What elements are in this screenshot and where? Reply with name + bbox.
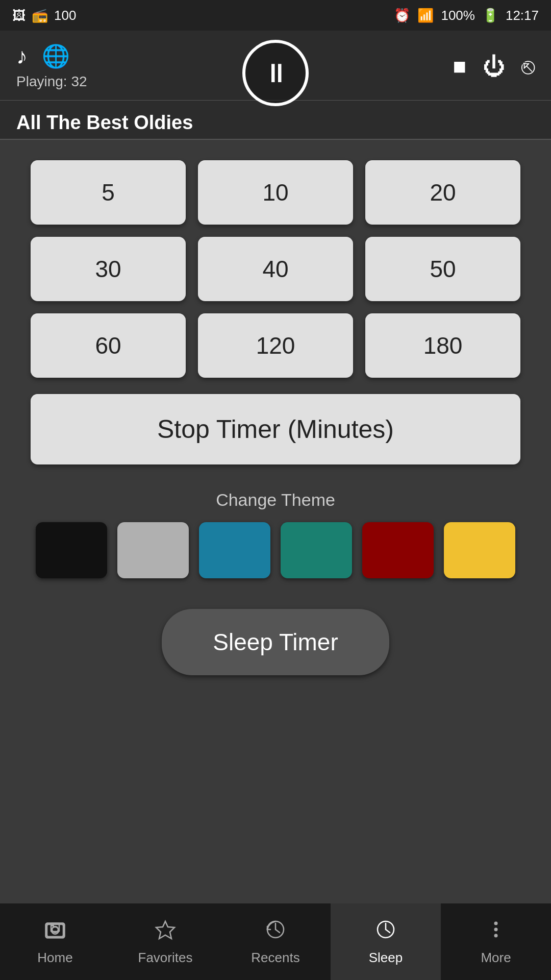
- theme-swatch-teal-blue[interactable]: [199, 522, 270, 578]
- status-bar-left: 🖼 📻 100: [12, 8, 76, 23]
- sleep-timer-button[interactable]: Sleep Timer: [162, 609, 389, 675]
- nav-favorites[interactable]: Favorites: [110, 903, 220, 980]
- theme-swatch-yellow[interactable]: [444, 522, 515, 578]
- bottom-nav: Home Favorites Recents: [0, 903, 551, 980]
- alarm-icon: ⏰: [394, 8, 410, 23]
- svg-point-16: [494, 934, 498, 937]
- svg-line-10: [276, 929, 280, 933]
- main-content: 5 10 20 30 40 50 60 120 180 Stop Timer (…: [0, 140, 551, 675]
- theme-swatch-dark-red[interactable]: [362, 522, 434, 578]
- timer-btn-60[interactable]: 60: [31, 313, 186, 378]
- music-note-icon[interactable]: ♪: [16, 43, 28, 69]
- playing-text: Playing: 32: [16, 74, 87, 90]
- svg-rect-3: [46, 923, 64, 938]
- more-icon: [485, 918, 507, 946]
- radio-icon: 📻: [32, 8, 48, 23]
- battery-text: 100%: [441, 8, 475, 23]
- nav-more-label: More: [481, 950, 511, 966]
- battery-icon: 🔋: [482, 8, 498, 23]
- station-name: All The Best Oldies: [0, 101, 551, 139]
- theme-swatch-teal-green[interactable]: [281, 522, 352, 578]
- recents-icon: [264, 918, 287, 946]
- timer-btn-20[interactable]: 20: [365, 160, 520, 225]
- timer-btn-120[interactable]: 120: [198, 313, 353, 378]
- pause-icon: ⏸: [263, 60, 288, 86]
- svg-line-13: [386, 929, 390, 933]
- status-bar: 🖼 📻 100 ⏰ 📶 100% 🔋 12:17: [0, 0, 551, 31]
- player-header-right: ■ ⏻ ⎋: [453, 54, 535, 79]
- svg-point-14: [494, 921, 498, 925]
- pause-button-wrap: ⏸: [242, 40, 309, 106]
- globe-icon[interactable]: 🌐: [42, 43, 70, 69]
- photo-icon: 🖼: [12, 8, 26, 23]
- player-header: ♪ 🌐 Playing: 32 ⏸ ■ ⏻ ⎋: [0, 31, 551, 101]
- time-text: 12:17: [506, 8, 539, 23]
- timer-btn-50[interactable]: 50: [365, 237, 520, 301]
- stop-timer-sub: (Minutes): [288, 415, 394, 444]
- stop-timer-main: Stop Timer: [157, 415, 281, 444]
- nav-more[interactable]: More: [441, 903, 551, 980]
- sleep-icon: [374, 918, 397, 946]
- theme-swatch-gray[interactable]: [117, 522, 189, 578]
- theme-swatch-black[interactable]: [36, 522, 107, 578]
- svg-marker-7: [156, 921, 174, 939]
- favorites-icon: [154, 918, 177, 946]
- timer-btn-30[interactable]: 30: [31, 237, 186, 301]
- nav-sleep[interactable]: Sleep: [331, 903, 441, 980]
- nav-home-label: Home: [37, 950, 72, 966]
- status-bar-right: ⏰ 📶 100% 🔋 12:17: [394, 8, 539, 23]
- nav-recents[interactable]: Recents: [220, 903, 331, 980]
- change-theme-label: Change Theme: [31, 490, 520, 510]
- theme-colors: [31, 522, 520, 578]
- counter-text: 100: [54, 8, 76, 23]
- home-icon: [44, 918, 66, 946]
- pause-button[interactable]: ⏸: [242, 40, 309, 106]
- power-button[interactable]: ⏻: [483, 54, 505, 79]
- nav-recents-label: Recents: [251, 950, 299, 966]
- sleep-timer-wrap: Sleep Timer: [31, 609, 520, 675]
- nav-favorites-label: Favorites: [138, 950, 193, 966]
- share-button[interactable]: ⎋: [521, 54, 535, 79]
- timer-btn-5[interactable]: 5: [31, 160, 186, 225]
- nav-sleep-label: Sleep: [369, 950, 403, 966]
- svg-rect-0: [46, 923, 64, 938]
- svg-point-15: [494, 927, 498, 931]
- timer-grid: 5 10 20 30 40 50 60 120 180: [31, 160, 520, 378]
- timer-btn-180[interactable]: 180: [365, 313, 520, 378]
- timer-btn-40[interactable]: 40: [198, 237, 353, 301]
- timer-btn-10[interactable]: 10: [198, 160, 353, 225]
- player-header-left: ♪ 🌐 Playing: 32: [16, 43, 87, 90]
- svg-rect-6: [51, 924, 54, 926]
- stop-timer-button[interactable]: Stop Timer (Minutes): [31, 394, 520, 464]
- wifi-icon: 📶: [417, 8, 434, 23]
- stop-button[interactable]: ■: [453, 54, 466, 79]
- nav-home[interactable]: Home: [0, 903, 110, 980]
